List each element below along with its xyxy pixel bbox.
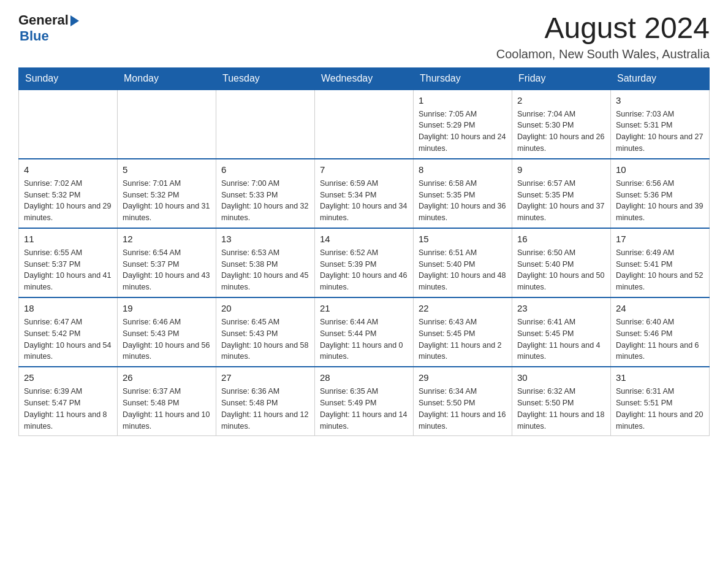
day-info: Sunrise: 6:36 AM Sunset: 5:48 PM Dayligh…: [221, 387, 308, 431]
weekday-header-tuesday: Tuesday: [216, 67, 315, 90]
day-info: Sunrise: 7:04 AM Sunset: 5:30 PM Dayligh…: [517, 110, 604, 153]
calendar-week-row: 25Sunrise: 6:39 AM Sunset: 5:47 PM Dayli…: [19, 367, 710, 436]
day-number: 17: [616, 232, 704, 246]
day-info: Sunrise: 6:43 AM Sunset: 5:45 PM Dayligh…: [419, 318, 502, 361]
calendar-cell: 7Sunrise: 6:59 AM Sunset: 5:34 PM Daylig…: [315, 159, 414, 228]
calendar-cell: 30Sunrise: 6:32 AM Sunset: 5:50 PM Dayli…: [512, 367, 611, 436]
day-info: Sunrise: 6:41 AM Sunset: 5:45 PM Dayligh…: [517, 318, 601, 361]
day-info: Sunrise: 6:35 AM Sunset: 5:49 PM Dayligh…: [320, 387, 407, 431]
logo: General Blue: [18, 12, 79, 44]
logo-general-text: General: [18, 12, 69, 28]
day-info: Sunrise: 6:37 AM Sunset: 5:48 PM Dayligh…: [123, 387, 210, 431]
calendar-cell: 22Sunrise: 6:43 AM Sunset: 5:45 PM Dayli…: [414, 297, 512, 367]
day-number: 21: [320, 302, 408, 315]
day-number: 7: [320, 163, 408, 177]
day-number: 24: [616, 302, 704, 315]
day-info: Sunrise: 7:05 AM Sunset: 5:29 PM Dayligh…: [419, 110, 506, 153]
day-number: 8: [419, 163, 507, 177]
day-info: Sunrise: 6:44 AM Sunset: 5:44 PM Dayligh…: [320, 318, 403, 361]
day-number: 30: [517, 371, 605, 385]
calendar-cell: 8Sunrise: 6:58 AM Sunset: 5:35 PM Daylig…: [414, 159, 512, 228]
logo-blue-text: Blue: [20, 28, 49, 44]
calendar-week-row: 4Sunrise: 7:02 AM Sunset: 5:32 PM Daylig…: [19, 159, 710, 228]
calendar-cell: 3Sunrise: 7:03 AM Sunset: 5:31 PM Daylig…: [611, 90, 710, 159]
day-info: Sunrise: 6:34 AM Sunset: 5:50 PM Dayligh…: [419, 387, 506, 431]
calendar-cell: 20Sunrise: 6:45 AM Sunset: 5:43 PM Dayli…: [216, 297, 315, 367]
day-info: Sunrise: 6:46 AM Sunset: 5:43 PM Dayligh…: [123, 318, 210, 361]
calendar-cell: 16Sunrise: 6:50 AM Sunset: 5:40 PM Dayli…: [512, 228, 611, 297]
day-number: 15: [419, 232, 507, 246]
day-number: 5: [123, 163, 211, 177]
day-number: 10: [616, 163, 704, 177]
calendar-week-row: 11Sunrise: 6:55 AM Sunset: 5:37 PM Dayli…: [19, 228, 710, 297]
calendar-cell: 2Sunrise: 7:04 AM Sunset: 5:30 PM Daylig…: [512, 90, 611, 159]
day-info: Sunrise: 6:40 AM Sunset: 5:46 PM Dayligh…: [616, 318, 699, 361]
page-header: General Blue August 2024 Coolamon, New S…: [18, 12, 710, 61]
day-info: Sunrise: 6:59 AM Sunset: 5:34 PM Dayligh…: [320, 179, 407, 223]
weekday-header-sunday: Sunday: [19, 67, 118, 90]
calendar-cell: 23Sunrise: 6:41 AM Sunset: 5:45 PM Dayli…: [512, 297, 611, 367]
day-number: 11: [24, 232, 112, 246]
day-info: Sunrise: 6:47 AM Sunset: 5:42 PM Dayligh…: [24, 318, 111, 361]
month-title: August 2024: [496, 12, 710, 45]
day-number: 12: [123, 232, 211, 246]
day-number: 19: [123, 302, 211, 315]
weekday-header-row: SundayMondayTuesdayWednesdayThursdayFrid…: [19, 67, 710, 90]
day-info: Sunrise: 6:52 AM Sunset: 5:39 PM Dayligh…: [320, 248, 407, 292]
day-info: Sunrise: 6:57 AM Sunset: 5:35 PM Dayligh…: [517, 179, 604, 223]
weekday-header-thursday: Thursday: [414, 67, 512, 90]
day-number: 25: [24, 371, 112, 385]
day-info: Sunrise: 7:00 AM Sunset: 5:33 PM Dayligh…: [221, 179, 308, 223]
calendar-cell: 17Sunrise: 6:49 AM Sunset: 5:41 PM Dayli…: [611, 228, 710, 297]
calendar-cell: 26Sunrise: 6:37 AM Sunset: 5:48 PM Dayli…: [118, 367, 216, 436]
day-number: 16: [517, 232, 605, 246]
day-info: Sunrise: 6:53 AM Sunset: 5:38 PM Dayligh…: [221, 248, 308, 292]
day-number: 22: [419, 302, 507, 315]
calendar-cell: 15Sunrise: 6:51 AM Sunset: 5:40 PM Dayli…: [414, 228, 512, 297]
day-number: 28: [320, 371, 408, 385]
calendar-cell: 31Sunrise: 6:31 AM Sunset: 5:51 PM Dayli…: [611, 367, 710, 436]
day-number: 6: [221, 163, 309, 177]
calendar-week-row: 1Sunrise: 7:05 AM Sunset: 5:29 PM Daylig…: [19, 90, 710, 159]
day-number: 9: [517, 163, 605, 177]
calendar-cell: 19Sunrise: 6:46 AM Sunset: 5:43 PM Dayli…: [118, 297, 216, 367]
calendar-cell: [216, 90, 315, 159]
day-number: 31: [616, 371, 704, 385]
day-number: 18: [24, 302, 112, 315]
weekday-header-monday: Monday: [118, 67, 216, 90]
day-number: 26: [123, 371, 211, 385]
day-info: Sunrise: 6:45 AM Sunset: 5:43 PM Dayligh…: [221, 318, 308, 361]
day-number: 27: [221, 371, 309, 385]
day-number: 4: [24, 163, 112, 177]
calendar-cell: [19, 90, 118, 159]
calendar-cell: 21Sunrise: 6:44 AM Sunset: 5:44 PM Dayli…: [315, 297, 414, 367]
day-info: Sunrise: 6:49 AM Sunset: 5:41 PM Dayligh…: [616, 248, 703, 292]
calendar-cell: 4Sunrise: 7:02 AM Sunset: 5:32 PM Daylig…: [19, 159, 118, 228]
title-area: August 2024 Coolamon, New South Wales, A…: [496, 12, 710, 61]
day-number: 23: [517, 302, 605, 315]
day-number: 1: [419, 94, 507, 107]
day-info: Sunrise: 6:50 AM Sunset: 5:40 PM Dayligh…: [517, 248, 604, 292]
day-number: 14: [320, 232, 408, 246]
day-number: 20: [221, 302, 309, 315]
day-number: 3: [616, 94, 704, 107]
weekday-header-saturday: Saturday: [611, 67, 710, 90]
logo-arrow-icon: [70, 15, 79, 26]
weekday-header-wednesday: Wednesday: [315, 67, 414, 90]
day-info: Sunrise: 6:51 AM Sunset: 5:40 PM Dayligh…: [419, 248, 506, 292]
day-info: Sunrise: 6:32 AM Sunset: 5:50 PM Dayligh…: [517, 387, 604, 431]
day-info: Sunrise: 6:31 AM Sunset: 5:51 PM Dayligh…: [616, 387, 703, 431]
calendar-cell: 18Sunrise: 6:47 AM Sunset: 5:42 PM Dayli…: [19, 297, 118, 367]
day-info: Sunrise: 7:01 AM Sunset: 5:32 PM Dayligh…: [123, 179, 210, 223]
calendar-cell: 12Sunrise: 6:54 AM Sunset: 5:37 PM Dayli…: [118, 228, 216, 297]
location-title: Coolamon, New South Wales, Australia: [496, 47, 710, 61]
calendar-cell: 5Sunrise: 7:01 AM Sunset: 5:32 PM Daylig…: [118, 159, 216, 228]
day-info: Sunrise: 6:54 AM Sunset: 5:37 PM Dayligh…: [123, 248, 210, 292]
day-info: Sunrise: 7:02 AM Sunset: 5:32 PM Dayligh…: [24, 179, 111, 223]
calendar-cell: 28Sunrise: 6:35 AM Sunset: 5:49 PM Dayli…: [315, 367, 414, 436]
calendar-cell: 10Sunrise: 6:56 AM Sunset: 5:36 PM Dayli…: [611, 159, 710, 228]
calendar-cell: [118, 90, 216, 159]
day-info: Sunrise: 6:55 AM Sunset: 5:37 PM Dayligh…: [24, 248, 111, 292]
day-number: 2: [517, 94, 605, 107]
calendar-cell: 13Sunrise: 6:53 AM Sunset: 5:38 PM Dayli…: [216, 228, 315, 297]
